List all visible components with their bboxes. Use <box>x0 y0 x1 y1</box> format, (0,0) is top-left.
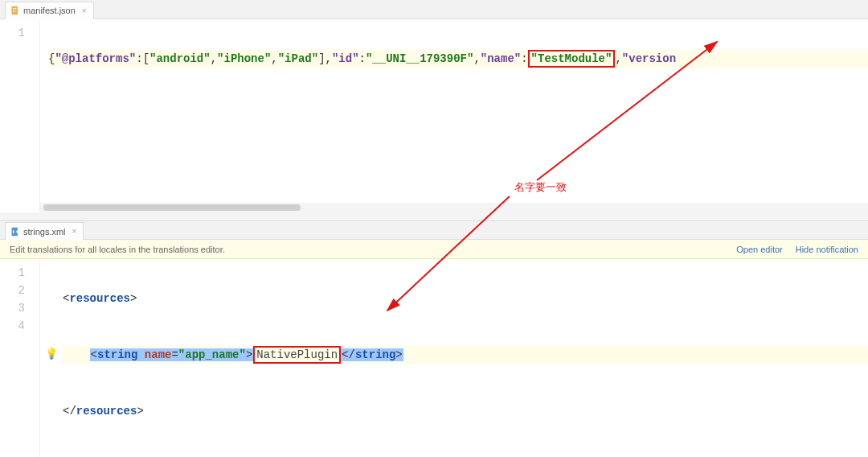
xml-file-icon <box>10 227 20 237</box>
comma: , <box>326 52 332 65</box>
hint-message: Edit translations for all locales in the… <box>10 245 225 254</box>
horizontal-scrollbar[interactable] <box>40 203 868 212</box>
strings-gutter: 1 2 3 4 <box>0 259 40 457</box>
code-line[interactable]: </resources> <box>63 402 868 420</box>
strings-editor: strings.xml × Edit translations for all … <box>0 220 868 457</box>
manifest-code[interactable]: {"@platforms":["android","iPhone","iPad"… <box>40 19 868 212</box>
top-tab-bar: manifest.json × <box>0 0 868 19</box>
manifest-editor: manifest.json × 1 {"@platforms":["androi… <box>0 0 868 212</box>
bracket: ] <box>318 52 325 65</box>
xml-tag: resources <box>76 405 137 418</box>
bracket: [ <box>143 52 149 65</box>
translations-hint-bar: Edit translations for all locales in the… <box>0 240 868 259</box>
angle-bracket: > <box>246 348 252 361</box>
tab-strings-label: strings.xml <box>23 227 66 237</box>
angle-bracket: </ <box>342 348 355 361</box>
colon: : <box>136 52 142 65</box>
json-file-icon <box>10 6 20 15</box>
json-key: "version <box>622 52 676 65</box>
line-number: 1 <box>0 264 25 282</box>
indent <box>63 348 90 361</box>
json-key: "id" <box>332 52 359 65</box>
close-icon[interactable]: × <box>72 227 77 236</box>
colon: : <box>521 52 527 65</box>
svg-rect-3 <box>13 12 15 13</box>
manifest-gutter: 1 <box>0 19 40 212</box>
xml-text: NativePlugin <box>256 348 338 361</box>
xml-attr: name <box>145 348 172 361</box>
tab-manifest[interactable]: manifest.json × <box>5 2 94 19</box>
manifest-code-area[interactable]: 1 {"@platforms":["android","iPhone","iPa… <box>0 19 868 212</box>
angle-bracket: > <box>395 348 402 361</box>
xml-tag: resources <box>69 292 130 305</box>
xml-tag: string <box>97 348 137 361</box>
open-editor-link[interactable]: Open editor <box>736 245 782 254</box>
code-line[interactable]: <resources> <box>63 290 868 307</box>
svg-rect-1 <box>13 8 17 9</box>
json-key: "@platforms" <box>55 52 136 65</box>
bulb-icon[interactable]: 💡 <box>45 346 58 364</box>
highlight-box-app-name: NativePlugin <box>253 346 341 364</box>
angle-bracket: </ <box>63 405 76 418</box>
strings-code-area[interactable]: 1 2 3 4 <resources> 💡 <string name="app_… <box>0 259 868 457</box>
angle-bracket: < <box>91 348 97 361</box>
tab-strings[interactable]: strings.xml × <box>5 222 84 240</box>
json-string: "TestModule" <box>531 52 612 65</box>
line-number: 2 <box>0 282 25 299</box>
json-string: "iPhone" <box>217 52 271 65</box>
comma: , <box>211 52 217 65</box>
bottom-tab-bar: strings.xml × <box>0 220 868 240</box>
svg-rect-2 <box>13 10 17 10</box>
hide-notification-link[interactable]: Hide notification <box>796 245 858 254</box>
comma: , <box>271 52 277 65</box>
xml-tag: string <box>355 348 395 361</box>
xml-attr-value: "app_name" <box>178 348 246 361</box>
angle-bracket: > <box>130 292 137 305</box>
json-string: "android" <box>149 52 211 65</box>
close-icon[interactable]: × <box>82 6 87 15</box>
code-line[interactable]: 💡 <string name="app_name">NativePlugin</… <box>63 346 868 364</box>
angle-bracket: > <box>137 405 143 418</box>
line-number: 4 <box>0 317 25 335</box>
line-number: 1 <box>0 24 25 42</box>
json-string: "iPad" <box>278 52 318 65</box>
json-string: "__UNI__179390F" <box>366 52 473 65</box>
colon: : <box>359 52 366 65</box>
code-line[interactable]: {"@platforms":["android","iPhone","iPad"… <box>48 50 868 68</box>
strings-code[interactable]: <resources> 💡 <string name="app_name">Na… <box>40 259 868 457</box>
comma: , <box>615 52 621 65</box>
equals: = <box>171 348 178 361</box>
json-key: "name" <box>481 52 521 65</box>
tab-manifest-label: manifest.json <box>23 6 76 15</box>
highlight-box-name-value: "TestModule" <box>528 50 616 68</box>
scrollbar-thumb[interactable] <box>43 204 301 211</box>
line-number: 3 <box>0 299 25 317</box>
comma: , <box>473 52 480 65</box>
